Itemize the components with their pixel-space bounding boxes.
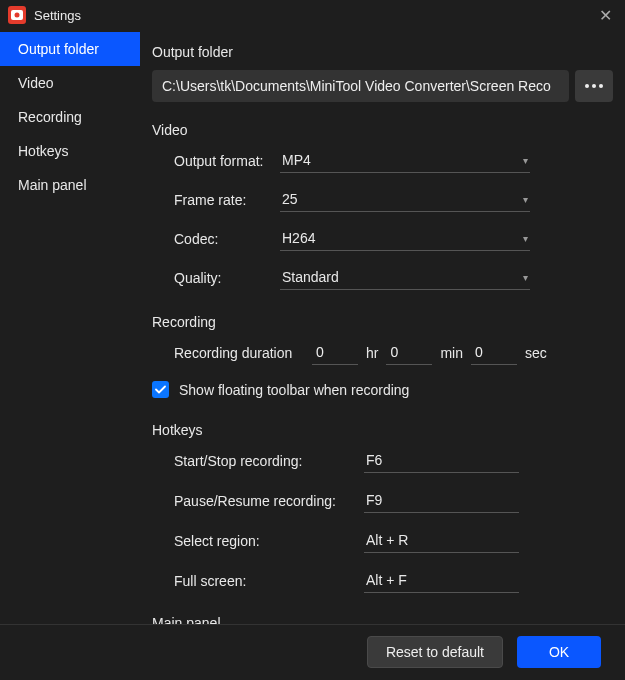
sec-unit: sec	[525, 345, 547, 361]
ellipsis-icon	[585, 84, 603, 88]
sidebar-item-main-panel[interactable]: Main panel	[0, 168, 140, 202]
close-icon[interactable]: ✕	[591, 1, 619, 29]
sidebar: Output folder Video Recording Hotkeys Ma…	[0, 30, 140, 623]
chevron-down-icon: ▾	[523, 194, 528, 205]
recording-duration-label: Recording duration	[174, 345, 304, 361]
hotkeys-heading: Hotkeys	[152, 422, 613, 438]
sidebar-item-hotkeys[interactable]: Hotkeys	[0, 134, 140, 168]
output-format-value: MP4	[282, 152, 311, 168]
video-heading: Video	[152, 122, 613, 138]
codec-select[interactable]: H264▾	[280, 226, 530, 251]
window-title: Settings	[34, 8, 81, 23]
codec-value: H264	[282, 230, 315, 246]
pause-resume-input[interactable]: F9	[364, 488, 519, 513]
quality-label: Quality:	[152, 270, 280, 286]
quality-select[interactable]: Standard▾	[280, 265, 530, 290]
sidebar-item-recording[interactable]: Recording	[0, 100, 140, 134]
select-region-input[interactable]: Alt + R	[364, 528, 519, 553]
full-screen-input[interactable]: Alt + F	[364, 568, 519, 593]
codec-label: Codec:	[152, 231, 280, 247]
chevron-down-icon: ▾	[523, 233, 528, 244]
titlebar: Settings ✕	[0, 0, 625, 30]
chevron-down-icon: ▾	[523, 272, 528, 283]
settings-content[interactable]: Output folder C:\Users\tk\Documents\Mini…	[140, 30, 625, 623]
start-stop-input[interactable]: F6	[364, 448, 519, 473]
frame-rate-value: 25	[282, 191, 298, 207]
ok-button[interactable]: OK	[517, 636, 601, 668]
footer: Reset to default OK	[0, 624, 625, 680]
start-stop-label: Start/Stop recording:	[174, 453, 364, 469]
svg-point-1	[15, 13, 20, 18]
output-format-select[interactable]: MP4▾	[280, 148, 530, 173]
main-panel-heading: Main panel	[152, 615, 613, 623]
settings-window: Settings ✕ Output folder Video Recording…	[0, 0, 625, 680]
show-toolbar-label: Show floating toolbar when recording	[179, 382, 409, 398]
min-unit: min	[440, 345, 463, 361]
sidebar-item-video[interactable]: Video	[0, 66, 140, 100]
output-folder-heading: Output folder	[152, 44, 613, 60]
pause-resume-label: Pause/Resume recording:	[174, 493, 364, 509]
duration-hr-input[interactable]	[312, 340, 358, 365]
recording-heading: Recording	[152, 314, 613, 330]
duration-sec-input[interactable]	[471, 340, 517, 365]
select-region-label: Select region:	[174, 533, 364, 549]
reset-button[interactable]: Reset to default	[367, 636, 503, 668]
browse-button[interactable]	[575, 70, 613, 102]
show-toolbar-checkbox[interactable]	[152, 381, 169, 398]
chevron-down-icon: ▾	[523, 155, 528, 166]
full-screen-label: Full screen:	[174, 573, 364, 589]
output-format-label: Output format:	[152, 153, 280, 169]
frame-rate-select[interactable]: 25▾	[280, 187, 530, 212]
quality-value: Standard	[282, 269, 339, 285]
output-folder-path-input[interactable]: C:\Users\tk\Documents\MiniTool Video Con…	[152, 70, 569, 102]
duration-min-input[interactable]	[386, 340, 432, 365]
sidebar-item-output-folder[interactable]: Output folder	[0, 32, 140, 66]
hr-unit: hr	[366, 345, 378, 361]
window-body: Output folder Video Recording Hotkeys Ma…	[0, 30, 625, 623]
frame-rate-label: Frame rate:	[152, 192, 280, 208]
app-icon	[8, 6, 26, 24]
